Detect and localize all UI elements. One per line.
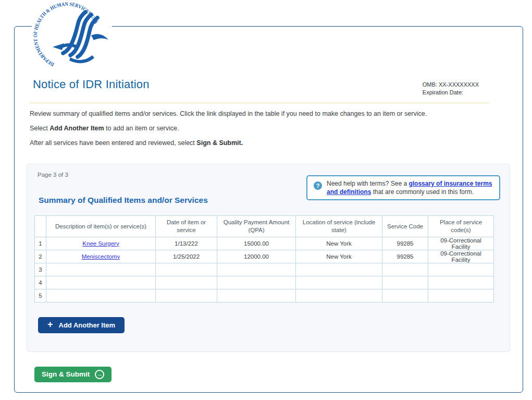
- place-of-service-cell: [428, 263, 494, 276]
- add-another-item-label: Add Another Item: [59, 321, 116, 329]
- qpa-cell: 15000.00: [217, 237, 296, 250]
- description-cell: [46, 263, 156, 276]
- service-code-cell: [382, 276, 428, 289]
- instruction-sign-prefix: After all services have been entered and…: [30, 139, 196, 147]
- row-number: 5: [35, 289, 46, 302]
- question-mark-icon: ?: [314, 181, 322, 190]
- row-number: 3: [35, 263, 46, 276]
- summary-panel: Page 3 of 3 ? Need help with terms? See …: [27, 164, 510, 352]
- location-cell: [296, 263, 382, 276]
- qpa-cell: [217, 289, 296, 302]
- service-code-cell: [382, 289, 428, 302]
- table-row: 5: [35, 289, 494, 302]
- instruction-review: Review summary of qualified items and/or…: [30, 110, 489, 118]
- date-cell: [156, 263, 217, 276]
- col-header-qpa: Quality Payment Amount (QPA): [217, 215, 296, 237]
- table-row: 2 Meniscectomy 1/25/2022 12000.00 New Yo…: [35, 250, 494, 263]
- service-code-cell: [382, 263, 428, 276]
- page-title: Notice of IDR Initiation: [33, 78, 150, 91]
- instruction-add-item: Select Add Another Item to add an item o…: [30, 125, 489, 132]
- omb-block: OMB: XX-XXXXXXXX Expiration Date:: [423, 81, 479, 97]
- col-header-description: Description of item(s) or service(s): [46, 215, 156, 237]
- plus-icon: +: [47, 320, 53, 329]
- qpa-cell: [217, 263, 296, 276]
- location-cell: New York: [296, 237, 382, 250]
- service-code-cell: 99285: [382, 250, 428, 263]
- help-text: Need help with terms? See a glossary of …: [327, 179, 494, 196]
- location-cell: New York: [296, 250, 382, 263]
- instruction-add-bold: Add Another Item: [50, 125, 104, 132]
- date-cell: [156, 276, 217, 289]
- title-divider: [30, 103, 489, 103]
- qpa-cell: 12000.00: [217, 250, 296, 263]
- place-of-service-cell: 09-Correctional Facility: [428, 250, 494, 263]
- hhs-logo-icon: DEPARTMENT OF HEALTH & HUMAN SERVICES-US…: [32, 1, 112, 73]
- help-text-prefix: Need help with terms? See a: [327, 180, 409, 187]
- omb-number: OMB: XX-XXXXXXXX: [423, 81, 479, 89]
- place-of-service-cell: 09-Correctional Facility: [428, 237, 494, 250]
- instruction-add-prefix: Select: [30, 125, 50, 132]
- row-number: 4: [35, 276, 46, 289]
- date-cell: 1/25/2022: [156, 250, 217, 263]
- table-header-row: Description of item(s) or service(s) Dat…: [35, 215, 494, 237]
- row-number: 2: [35, 250, 46, 263]
- qualified-items-table: Description of item(s) or service(s) Dat…: [34, 215, 494, 302]
- instruction-sign-submit: After all services have been entered and…: [30, 139, 489, 147]
- location-cell: [296, 276, 382, 289]
- expiration-date-label: Expiration Date:: [423, 89, 479, 96]
- col-header-location: Location of service (include state): [296, 215, 382, 237]
- col-header-service-code: Service Code: [382, 215, 428, 237]
- date-cell: [156, 289, 217, 302]
- date-cell: 1/13/222: [156, 237, 217, 250]
- place-of-service-cell: [428, 289, 494, 302]
- qpa-cell: [217, 276, 296, 289]
- description-cell: [46, 276, 156, 289]
- service-code-cell: 99285: [382, 237, 428, 250]
- item-link[interactable]: Meniscectomy: [82, 253, 120, 260]
- description-cell: Knee Surgery: [46, 237, 156, 250]
- col-header-date: Date of item or service: [156, 215, 217, 237]
- instruction-sign-bold: Sign & Submit.: [196, 139, 243, 147]
- table-row: 3: [35, 263, 494, 276]
- col-header-place-of-service: Place of service code(s): [428, 215, 494, 237]
- add-another-item-button[interactable]: + Add Another Item: [38, 317, 125, 333]
- description-cell: [46, 289, 156, 302]
- row-number: 1: [35, 237, 46, 250]
- glossary-help-box: ? Need help with terms? See a glossary o…: [306, 175, 500, 200]
- instruction-review-text: Review summary of qualified items and/or…: [30, 110, 427, 117]
- sign-submit-button[interactable]: Sign & Submit →: [34, 367, 112, 382]
- col-header-row-number: [35, 215, 46, 237]
- help-text-suffix: that are commonly used in this form.: [371, 188, 474, 196]
- arrow-right-icon: →: [95, 370, 104, 379]
- sign-submit-label: Sign & Submit: [42, 370, 90, 378]
- table-row: 1 Knee Surgery 1/13/222 15000.00 New Yor…: [35, 237, 494, 250]
- form-card: DEPARTMENT OF HEALTH & HUMAN SERVICES-US…: [14, 26, 523, 393]
- item-link[interactable]: Knee Surgery: [82, 240, 119, 247]
- instruction-add-suffix: to add an item or service.: [104, 125, 179, 132]
- table-row: 4: [35, 276, 494, 289]
- description-cell: Meniscectomy: [46, 250, 156, 263]
- location-cell: [296, 289, 382, 302]
- place-of-service-cell: [428, 276, 494, 289]
